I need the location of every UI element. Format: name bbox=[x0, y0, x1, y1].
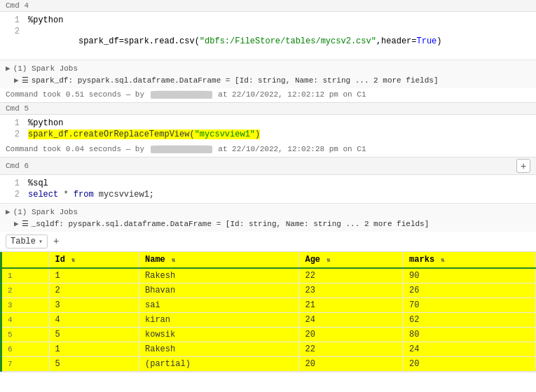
cell-id: 2 bbox=[49, 284, 139, 298]
timing-user-blur: ████████████ bbox=[151, 91, 212, 99]
code-text: select * from mycsvview1; bbox=[28, 190, 154, 200]
df-info-row: ▶ ☰ spark_df: pyspark.sql.dataframe.Data… bbox=[14, 74, 530, 86]
col-header-row bbox=[2, 252, 49, 268]
cmd6-header: Cmd 6 + bbox=[0, 158, 536, 175]
cell-id: 1 bbox=[49, 342, 139, 357]
spark-jobs-row: ▶ (1) Spark Jobs bbox=[6, 206, 530, 218]
cell-id: 1 bbox=[49, 268, 139, 284]
timing-user-blur: ████████████ bbox=[151, 146, 212, 153]
cmd5-code-area: 1 %python 2 spark_df.createOrReplaceTemp… bbox=[0, 115, 536, 143]
col-header-name[interactable]: Name ⇅ bbox=[139, 252, 299, 268]
cmd4-code-area: 1 %python 2 spark_df=spark.read.csv("dbf… bbox=[0, 12, 536, 59]
cmd6-code-area: 1 %sql 2 select * from mycsvview1; bbox=[0, 175, 536, 203]
cmd5-timing: Command took 0.04 seconds — by █████████… bbox=[0, 143, 536, 157]
cmd5-header: Cmd 5 bbox=[0, 103, 536, 115]
cell-marks: 70 bbox=[404, 298, 536, 313]
line-num: 2 bbox=[6, 27, 20, 36]
line-num: 2 bbox=[6, 130, 20, 139]
cmd5-label: Cmd 5 bbox=[6, 104, 29, 113]
cell-marks: 80 bbox=[404, 328, 536, 342]
row-number: 6 bbox=[2, 342, 49, 357]
row-number: 4 bbox=[2, 313, 49, 328]
df-info-row: ▶ ☰ _sqldf: pyspark.sql.dataframe.DataFr… bbox=[14, 218, 530, 230]
code-line: 1 %sql bbox=[0, 178, 536, 189]
line-num: 1 bbox=[6, 118, 20, 128]
col-header-marks[interactable]: marks ⇅ bbox=[404, 252, 536, 268]
chevron-down-icon: ▾ bbox=[39, 237, 43, 246]
notebook-container: Cmd 4 1 %python 2 spark_df=spark.read.cs… bbox=[0, 0, 536, 392]
code-text-highlight: spark_df.createOrReplaceTempView("mycsvv… bbox=[28, 130, 260, 139]
timing-suffix: at 22/10/2022, 12:02:12 pm on C1 bbox=[218, 90, 366, 99]
arrow-icon: ▶ bbox=[14, 76, 19, 85]
row-number: 3 bbox=[2, 298, 49, 313]
code-line: 2 spark_df.createOrReplaceTempView("mycs… bbox=[0, 129, 536, 140]
table-body: 11Rakesh229022Bhavan232633sai217044kiran… bbox=[2, 268, 536, 372]
row-number: 5 bbox=[2, 328, 49, 342]
code-text: spark_df=spark.read.csv("dbfs:/FileStore… bbox=[28, 27, 442, 56]
cmd4-label: Cmd 4 bbox=[6, 1, 29, 10]
cell-name: Rakesh bbox=[139, 342, 299, 357]
table-row: 11Rakesh2290 bbox=[2, 268, 536, 284]
code-line: 2 select * from mycsvview1; bbox=[0, 189, 536, 200]
arrow-icon: ▶ bbox=[6, 64, 11, 73]
add-cell-button[interactable]: + bbox=[516, 159, 530, 173]
table-row: 55kowsik2080 bbox=[2, 328, 536, 342]
table-row: 75(partial)2020 bbox=[2, 357, 536, 372]
cell-age: 22 bbox=[299, 268, 404, 284]
data-table: Id ⇅ Name ⇅ Age ⇅ marks ⇅ 11Rakesh229022… bbox=[2, 252, 536, 372]
row-number: 2 bbox=[2, 284, 49, 298]
cell-name: (partial) bbox=[139, 357, 299, 372]
line-num: 1 bbox=[6, 15, 20, 25]
cell-name: kiran bbox=[139, 313, 299, 328]
code-line: 1 %python bbox=[0, 15, 536, 26]
cmd-cell-4: Cmd 4 1 %python 2 spark_df=spark.read.cs… bbox=[0, 0, 536, 103]
cell-id: 5 bbox=[49, 357, 139, 372]
cell-age: 20 bbox=[299, 357, 404, 372]
cmd4-header: Cmd 4 bbox=[0, 0, 536, 12]
cmd-cell-5: Cmd 5 1 %python 2 spark_df.createOrRepla… bbox=[0, 103, 536, 158]
table-row: 44kiran2462 bbox=[2, 313, 536, 328]
spark-jobs-row: ▶ (1) Spark Jobs bbox=[6, 62, 530, 74]
cell-marks: 20 bbox=[404, 357, 536, 372]
code-text: %python bbox=[28, 15, 63, 25]
cell-name: sai bbox=[139, 298, 299, 313]
cmd4-timing: Command took 0.51 seconds — by █████████… bbox=[0, 88, 536, 102]
add-tab-button[interactable]: + bbox=[50, 236, 62, 247]
code-line: 2 spark_df=spark.read.csv("dbfs:/FileSto… bbox=[0, 26, 536, 57]
code-text: %sql bbox=[28, 178, 48, 188]
line-num: 2 bbox=[6, 190, 20, 200]
table-icon: ☰ bbox=[22, 219, 29, 228]
cell-id: 3 bbox=[49, 298, 139, 313]
row-number: 7 bbox=[2, 357, 49, 372]
row-number: 1 bbox=[2, 268, 49, 284]
table-header-row: Id ⇅ Name ⇅ Age ⇅ marks ⇅ bbox=[2, 252, 536, 268]
cell-age: 21 bbox=[299, 298, 404, 313]
table-tab[interactable]: Table ▾ bbox=[6, 234, 48, 248]
arrow-icon: ▶ bbox=[6, 207, 11, 216]
cmd6-output: ▶ (1) Spark Jobs ▶ ☰ _sqldf: pyspark.sql… bbox=[0, 203, 536, 232]
cell-name: Bhavan bbox=[139, 284, 299, 298]
col-header-id[interactable]: Id ⇅ bbox=[49, 252, 139, 268]
cell-marks: 26 bbox=[404, 284, 536, 298]
cell-age: 20 bbox=[299, 328, 404, 342]
cmd-cell-6: Cmd 6 + 1 %sql 2 select * from mycsvview… bbox=[0, 158, 536, 372]
timing-text: Command took 0.04 seconds — by bbox=[6, 145, 144, 153]
timing-suffix: at 22/10/2022, 12:02:28 pm on C1 bbox=[218, 145, 366, 153]
cell-age: 23 bbox=[299, 284, 404, 298]
data-table-section: Id ⇅ Name ⇅ Age ⇅ marks ⇅ 11Rakesh229022… bbox=[0, 252, 536, 372]
cell-marks: 24 bbox=[404, 342, 536, 357]
col-header-age[interactable]: Age ⇅ bbox=[299, 252, 404, 268]
table-row: 61Rakesh2224 bbox=[2, 342, 536, 357]
cell-age: 24 bbox=[299, 313, 404, 328]
cmd6-label: Cmd 6 bbox=[6, 162, 29, 170]
cell-name: Rakesh bbox=[139, 268, 299, 284]
code-line: 1 %python bbox=[0, 118, 536, 129]
cell-marks: 90 bbox=[404, 268, 536, 284]
cell-name: kowsik bbox=[139, 328, 299, 342]
table-row: 33sai2170 bbox=[2, 298, 536, 313]
spark-jobs-text: (1) Spark Jobs bbox=[13, 64, 78, 73]
table-tabs: Table ▾ + bbox=[0, 232, 536, 252]
table-icon: ☰ bbox=[22, 76, 29, 85]
spark-jobs-text: (1) Spark Jobs bbox=[13, 208, 78, 216]
cell-marks: 62 bbox=[404, 313, 536, 328]
